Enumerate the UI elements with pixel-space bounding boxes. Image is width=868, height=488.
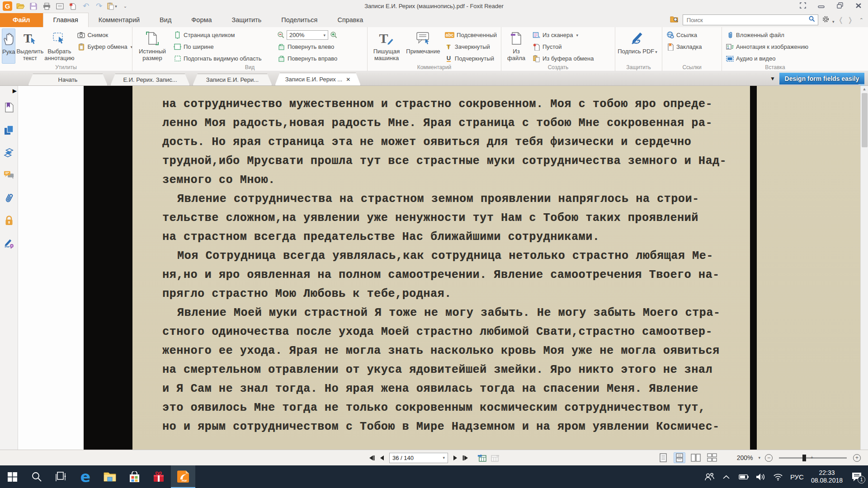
facing-view-icon[interactable]	[690, 452, 702, 463]
zoom-slider[interactable]: +	[779, 457, 847, 459]
statusbar-zoom-caret[interactable]: ▾	[758, 455, 760, 460]
signatures-panel-icon[interactable]	[4, 238, 14, 249]
continuous-view-icon[interactable]	[674, 452, 685, 463]
search-folder-icon[interactable]	[670, 15, 679, 25]
microsoft-store-icon[interactable]	[122, 465, 146, 488]
fullscreen-button[interactable]	[800, 2, 806, 10]
gift-app-icon[interactable]	[146, 465, 171, 488]
attachments-panel-icon[interactable]	[4, 192, 14, 203]
audio-video-button[interactable]: Аудио и видео	[724, 53, 811, 64]
sign-pdf-button[interactable]: Подпись PDF▾	[617, 28, 658, 64]
first-page-button[interactable]	[368, 455, 375, 461]
document-page[interactable]: на сотрудничество мужественном и страстн…	[132, 86, 750, 450]
previous-page-button[interactable]	[379, 455, 385, 461]
edge-browser-icon[interactable]: e	[73, 465, 98, 488]
strikeout-button[interactable]: Ŧ Зачеркнутый	[443, 41, 499, 52]
vertical-scrollbar[interactable]: ▲	[860, 86, 868, 450]
from-clipboard-button[interactable]: Из буфера обмена	[530, 53, 596, 64]
pages-panel-icon[interactable]	[4, 125, 14, 136]
layers-panel-icon[interactable]	[4, 147, 14, 158]
statusbar-zoom-value[interactable]: 200%	[737, 454, 753, 461]
undo-icon[interactable]: ↶	[81, 2, 91, 11]
start-button[interactable]	[0, 465, 24, 488]
scroll-up-icon[interactable]: ▲	[861, 87, 868, 91]
open-file-icon[interactable]	[15, 2, 25, 11]
zoom-out-slider-button[interactable]: −	[765, 454, 773, 462]
fit-visible-button[interactable]: Подогнать видимую область	[171, 53, 274, 64]
document-viewport[interactable]: на сотрудничество мужественном и страстн…	[19, 86, 868, 450]
taskbar-search-icon[interactable]	[24, 465, 49, 488]
hand-tool-button[interactable]: Рука	[2, 28, 15, 64]
promo-banner[interactable]: Design form fields easily	[779, 73, 864, 84]
document-tab-2[interactable]: Е.И. Рерих. Запис...	[110, 74, 190, 85]
attach-file-button[interactable]: Вложенный файл	[724, 29, 811, 41]
panel-expand-icon[interactable]: ▶	[13, 88, 17, 94]
from-scanner-button[interactable]: Из сканера ▾	[530, 29, 596, 41]
hidden-icons-chevron[interactable]	[722, 475, 731, 479]
next-page-button[interactable]	[453, 455, 458, 461]
fit-page-button[interactable]: Страница целиком	[171, 29, 274, 41]
document-tab-1[interactable]: Начать	[28, 74, 108, 85]
action-center-icon[interactable]: 1	[850, 472, 863, 482]
email-document-icon[interactable]	[55, 2, 65, 11]
wifi-icon[interactable]	[773, 473, 783, 481]
task-view-icon[interactable]	[49, 465, 73, 488]
comments-panel-icon[interactable]	[4, 170, 14, 181]
bookmark-button[interactable]: Закладка	[664, 41, 704, 52]
ribbon-tab-4[interactable]: Вид	[150, 13, 181, 27]
typewriter-button[interactable]: T Пишущая машинка	[369, 28, 404, 64]
restore-button[interactable]	[837, 2, 844, 10]
blank-document-button[interactable]: ✱ Пустой	[530, 41, 596, 52]
history-back-icon[interactable]: ❬	[838, 16, 844, 24]
previous-view-button[interactable]	[477, 454, 486, 462]
highlight-button[interactable]: abc Подсвеченный	[443, 29, 499, 41]
paste-icon[interactable]: ▾	[107, 2, 117, 11]
ribbon-tab-8[interactable]: Справка	[327, 13, 373, 27]
underline-button[interactable]: U Подчеркнутый	[443, 53, 499, 64]
bookmarks-panel-icon[interactable]	[4, 102, 14, 113]
rotate-left-button[interactable]: Повернуть влево	[275, 41, 340, 52]
last-page-button[interactable]	[462, 455, 469, 461]
next-view-button[interactable]	[491, 454, 500, 462]
battery-icon[interactable]	[739, 474, 749, 480]
ribbon-tab-1[interactable]: Файл	[0, 13, 43, 27]
print-icon[interactable]	[42, 2, 52, 11]
scrollbar-thumb[interactable]	[862, 93, 868, 147]
close-icon[interactable]	[855, 2, 862, 10]
zoom-in-icon[interactable]	[330, 31, 338, 39]
clock[interactable]: 22:33 08.08.2018	[811, 469, 843, 484]
tab-list-dropdown-caret[interactable]: ▼	[770, 75, 775, 82]
link-button[interactable]: Ссылка	[664, 29, 704, 41]
ribbon-tab-3[interactable]: Комментарий	[89, 13, 150, 27]
zoom-in-slider-button[interactable]: +	[853, 454, 861, 462]
people-tray-icon[interactable]	[704, 472, 714, 481]
select-annotation-button[interactable]: Выбрать аннотацию	[44, 28, 74, 64]
document-tab-4[interactable]: Записи Е.И. Рерих ...✕	[275, 73, 361, 85]
file-explorer-icon[interactable]	[98, 465, 122, 488]
zoom-out-icon[interactable]	[277, 31, 285, 39]
foxit-logo-icon[interactable]: G	[3, 1, 12, 11]
continuous-facing-view-icon[interactable]	[706, 452, 718, 463]
fit-width-button[interactable]: По ширине	[171, 41, 274, 52]
redo-icon[interactable]: ↷	[94, 2, 104, 11]
snapshot-button[interactable]: Снимок	[75, 29, 135, 41]
ribbon-tab-7[interactable]: Поделиться	[271, 13, 327, 27]
single-page-view-icon[interactable]	[657, 452, 669, 463]
security-panel-icon[interactable]	[4, 215, 14, 226]
history-forward-icon[interactable]: ❭	[847, 16, 853, 24]
document-tab-3[interactable]: Записи Е.И. Рери...	[193, 74, 272, 85]
volume-icon[interactable]	[756, 473, 766, 481]
minimize-button[interactable]	[818, 2, 825, 10]
customize-quick-access-icon[interactable]: ⌄	[120, 2, 130, 11]
image-annotation-button[interactable]: Аннотация к изображению	[724, 41, 811, 52]
search-icon[interactable]	[806, 16, 818, 24]
note-button[interactable]: Примечание	[405, 28, 442, 64]
actual-size-button[interactable]: Истинный размер	[134, 28, 170, 64]
zoom-combobox[interactable]: 200% ▾	[287, 30, 328, 40]
select-text-button[interactable]: T Выделить текст	[16, 28, 43, 64]
new-document-icon[interactable]: ✱	[68, 2, 78, 11]
ribbon-tab-6[interactable]: Защитить	[222, 13, 272, 27]
close-tab-icon[interactable]: ✕	[346, 76, 350, 83]
ribbon-tab-2[interactable]: Главная	[43, 13, 89, 27]
collapse-ribbon-icon[interactable]: ⌃	[859, 17, 863, 23]
